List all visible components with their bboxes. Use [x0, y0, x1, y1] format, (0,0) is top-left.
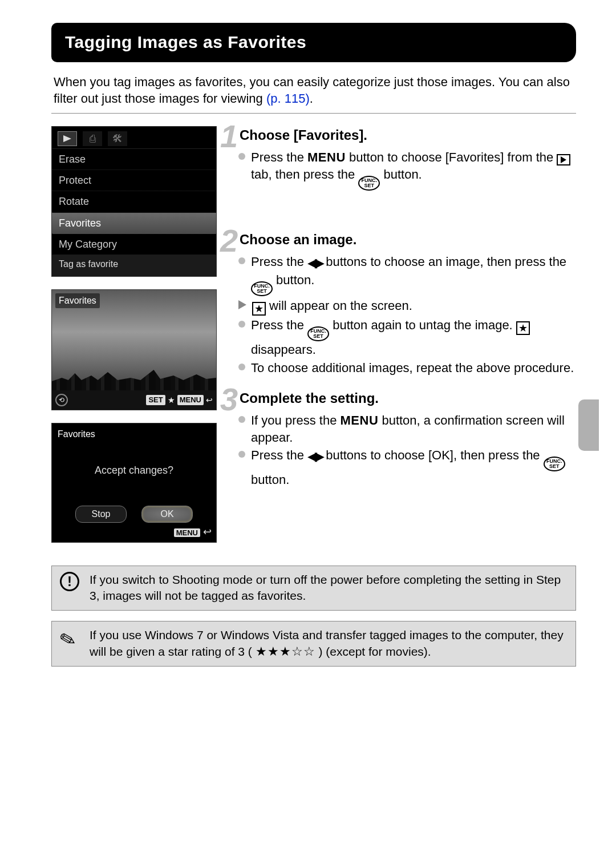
step-3-heading: Complete the setting.: [240, 389, 576, 407]
caution-note-text: If you switch to Shooting mode or turn o…: [90, 572, 568, 604]
bullet-icon: [238, 416, 245, 423]
star-box-icon: ★: [516, 321, 530, 335]
left-right-arrows-icon: ◀▶: [307, 449, 322, 463]
bullet-icon: [238, 257, 245, 264]
bullet-icon: [238, 153, 245, 160]
menu-button-label: MENU: [341, 413, 379, 427]
func-set-button-icon: FUNC.SET: [251, 281, 273, 296]
confirm-menu-indicator: MENU: [174, 528, 200, 537]
menu-item-erase: Erase: [52, 149, 216, 170]
lcd-photo-screenshot: Favorites ⟲ SET ★ MENU ↩: [51, 289, 217, 410]
bullet-icon: [238, 321, 245, 328]
step-number-1: 1: [220, 120, 238, 152]
step-1-heading: Choose [Favorites].: [240, 126, 576, 144]
info-note: ✎ If you use Windows 7 or Windows Vista …: [51, 621, 576, 667]
playback-tab-icon: [557, 154, 570, 165]
step-2-bullet-4: To choose additional images, repeat the …: [251, 360, 574, 377]
print-tab-icon: ⎙: [83, 131, 102, 146]
orientation-icon: ⟲: [55, 394, 68, 406]
page-title: Tagging Images as Favorites: [51, 23, 576, 62]
result-arrow-icon: [238, 300, 246, 309]
lcd-confirm-screenshot: Favorites Accept changes? Stop OK MENU ↩: [51, 423, 217, 543]
confirm-stop-button: Stop: [75, 506, 127, 523]
intro-text-end: .: [310, 91, 313, 106]
star-indicator-icon: ★: [168, 395, 175, 406]
menu-item-protect: Protect: [52, 170, 216, 191]
step-number-2: 2: [220, 225, 238, 257]
return-icon: ↩: [203, 526, 212, 538]
step-2-bullet-1: Press the ◀▶ buttons to choose an image,…: [251, 253, 576, 296]
menu-item-rotate: Rotate: [52, 191, 216, 212]
confirm-ok-button: OK: [141, 506, 193, 523]
info-note-text: If you use Windows 7 or Windows Vista an…: [90, 627, 568, 660]
caution-note: ! If you switch to Shooting mode or turn…: [51, 566, 576, 611]
menu-help-text: Tag as favorite: [52, 255, 216, 276]
lcd-menu-screenshot: ⎙ 🛠 Erase Protect Rotate Favorites My Ca…: [51, 126, 217, 277]
set-indicator: SET: [146, 395, 165, 405]
menu-item-my-category: My Category: [52, 234, 216, 255]
menu-indicator: MENU: [177, 395, 204, 405]
playback-tab-icon: [58, 131, 77, 146]
star-box-icon: ★: [252, 302, 266, 316]
star-rating-3-icon: ★★★☆☆: [256, 644, 315, 659]
menu-button-label: MENU: [307, 150, 346, 164]
step-3: 3 Complete the setting. If you press the…: [228, 389, 576, 488]
step-1-bullet-1: Press the MENU button to choose [Favorit…: [251, 149, 576, 191]
func-set-button-icon: FUNC.SET: [544, 457, 565, 471]
bullet-icon: [238, 364, 245, 370]
left-right-arrows-icon: ◀▶: [307, 256, 322, 270]
tools-tab-icon: 🛠: [108, 131, 127, 146]
step-number-3: 3: [220, 383, 238, 415]
page-link-115[interactable]: (p. 115): [266, 91, 310, 106]
section-thumb-tab: [578, 399, 599, 451]
svg-marker-0: [63, 135, 71, 142]
pencil-icon: ✎: [57, 625, 79, 655]
intro-paragraph: When you tag images as favorites, you ca…: [51, 74, 576, 114]
step-2-heading: Choose an image.: [240, 231, 576, 249]
func-set-button-icon: FUNC.SET: [358, 176, 380, 191]
step-3-bullet-1: If you press the MENU button, a confirma…: [251, 412, 576, 446]
step-2-result: ★ will appear on the screen.: [252, 297, 412, 316]
confirm-message: Accept changes?: [52, 463, 216, 477]
step-2: 2 Choose an image. Press the ◀▶ buttons …: [228, 231, 576, 377]
step-1: 1 Choose [Favorites]. Press the MENU but…: [228, 126, 576, 191]
exclamation-icon: !: [60, 572, 79, 591]
step-3-bullet-2: Press the ◀▶ buttons to choose [OK], the…: [251, 447, 576, 488]
bullet-icon: [238, 451, 245, 458]
confirm-title: Favorites: [52, 423, 216, 445]
return-icon: ↩: [206, 395, 213, 406]
menu-item-favorites: Favorites: [52, 213, 216, 234]
photo-overlay-favorites-label: Favorites: [55, 293, 100, 308]
func-set-button-icon: FUNC.SET: [307, 326, 329, 341]
step-2-bullet-3: Press the FUNC.SET button again to untag…: [251, 317, 576, 358]
